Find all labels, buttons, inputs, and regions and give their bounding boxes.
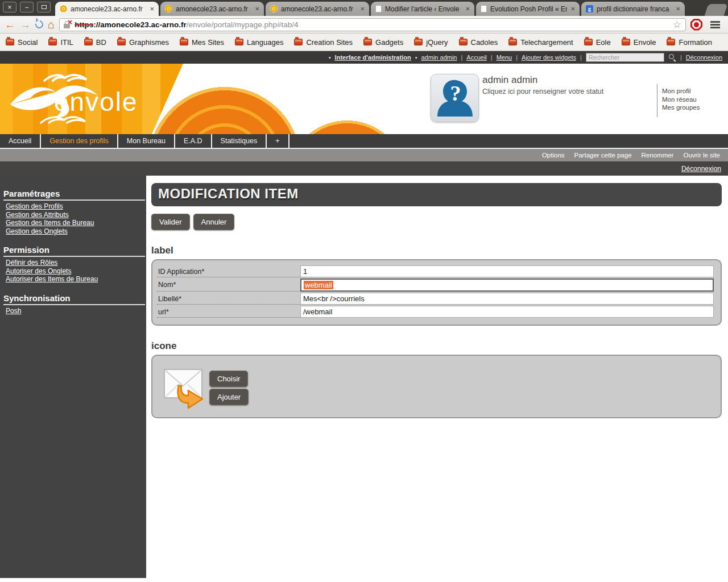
tab-close-icon[interactable]: × bbox=[676, 5, 680, 13]
back-button[interactable]: ← bbox=[5, 19, 15, 30]
portal-header: envole ? admin admin Cliquez ici pour re… bbox=[0, 64, 728, 134]
tab-favicon bbox=[165, 5, 172, 13]
choose-icon-button[interactable]: Choisir bbox=[209, 371, 248, 387]
sidebar-link[interactable]: Gestion des Onglets bbox=[6, 227, 146, 236]
browser-tab[interactable]: profil dictionnaire franca × bbox=[581, 2, 685, 16]
page-action-link[interactable]: Partager cette page bbox=[574, 152, 632, 159]
profile-link[interactable]: Mon réseau bbox=[662, 95, 700, 104]
folder-icon bbox=[84, 39, 93, 45]
browser-tab[interactable]: Modifier l'article ‹ Envole × bbox=[371, 2, 474, 16]
sidebar-link[interactable]: Autoriser des Onglets bbox=[6, 267, 146, 276]
reload-button[interactable] bbox=[34, 19, 44, 30]
sidebar-link[interactable]: Gestion des Profils bbox=[6, 202, 146, 211]
sidebar-section-title: Paramétrages bbox=[3, 189, 145, 201]
browser-tab[interactable]: amonecole23.ac-arno.fr × bbox=[55, 2, 159, 16]
logout-link[interactable]: Déconnexion bbox=[681, 165, 721, 173]
tab-close-icon[interactable]: × bbox=[570, 5, 575, 13]
portal-nav-tab[interactable]: Statistiques bbox=[212, 134, 267, 148]
admin-account-link[interactable]: admin admin bbox=[421, 54, 457, 61]
admin-search-input[interactable] bbox=[586, 53, 664, 62]
bookmark-folder[interactable]: ITIL bbox=[48, 38, 73, 47]
field-value: /webmail bbox=[303, 307, 332, 316]
admin-menu-link[interactable]: Menu bbox=[497, 54, 512, 61]
logo-text: envole bbox=[54, 86, 138, 117]
sidebar-links: Définir des Rôles Autoriser des Onglets … bbox=[0, 259, 146, 284]
portal-nav-tab[interactable]: Accueil bbox=[0, 134, 41, 148]
avatar[interactable]: ? bbox=[431, 74, 479, 122]
bookmark-folder[interactable]: Mes Sites bbox=[180, 38, 224, 47]
tab-close-icon[interactable]: × bbox=[465, 5, 470, 13]
page-action-link[interactable]: Renommer bbox=[642, 152, 674, 159]
forward-button[interactable]: → bbox=[20, 19, 31, 30]
browser-tab[interactable]: amonecole23.ac-arno.fr × bbox=[266, 2, 369, 16]
page-title: MODIFICATION ITEM bbox=[151, 183, 722, 206]
bookmark-folder[interactable]: Telechargement bbox=[508, 38, 573, 47]
url-bar[interactable]: × https ://amonecole23.ac-arno.fr /envol… bbox=[59, 18, 686, 31]
separator: | bbox=[461, 54, 462, 61]
tab-favicon bbox=[60, 5, 67, 13]
browser-toolbar: ← → ⌂ × https ://amonecole23.ac-arno.fr … bbox=[0, 16, 728, 34]
sidebar-link[interactable]: Gestion des Items de Bureau bbox=[6, 219, 146, 227]
bookmark-folder[interactable]: Creation Sites bbox=[294, 38, 353, 47]
folder-icon bbox=[235, 39, 243, 45]
bookmark-folder[interactable]: Cadoles bbox=[459, 38, 498, 47]
new-tab-button[interactable] bbox=[705, 4, 728, 16]
field-input[interactable]: Mes<br />courriels bbox=[300, 293, 714, 305]
hamburger-menu-icon[interactable] bbox=[710, 21, 720, 28]
window-maximize-button[interactable] bbox=[37, 2, 51, 13]
tab-favicon bbox=[586, 5, 593, 13]
profile-link[interactable]: Mon profil bbox=[662, 87, 700, 95]
window-close-button[interactable]: × bbox=[3, 2, 16, 13]
add-icon-button[interactable]: Ajouter bbox=[209, 389, 249, 405]
bookmark-label: Telechargement bbox=[520, 38, 573, 47]
window-minimize-button[interactable]: − bbox=[20, 2, 34, 13]
portal-nav-tab-label: Mon Bureau bbox=[127, 137, 166, 145]
bookmark-star-icon[interactable]: ☆ bbox=[673, 19, 681, 31]
separator: | bbox=[516, 54, 518, 61]
browser-tab[interactable]: Evolution Posh Profil « En × bbox=[476, 2, 580, 16]
admin-add-widgets-link[interactable]: Ajouter des widgets bbox=[522, 54, 576, 61]
noscript-icon[interactable] bbox=[690, 19, 702, 31]
bookmark-folder[interactable]: Graphismes bbox=[117, 38, 169, 47]
admin-bar: • Interface d'administration • admin adm… bbox=[0, 51, 728, 64]
portal-nav-tab[interactable]: Mon Bureau bbox=[118, 134, 175, 148]
bookmark-folder[interactable]: BD bbox=[84, 38, 106, 47]
browser-tab[interactable]: amonecole23.ac-arno.fr × bbox=[160, 2, 264, 16]
sidebar-link[interactable]: Gestion des Attributs bbox=[6, 211, 146, 219]
bookmark-folder[interactable]: jQuery bbox=[414, 38, 448, 47]
home-button[interactable]: ⌂ bbox=[48, 18, 55, 31]
bookmark-folder[interactable]: Eole bbox=[584, 38, 611, 47]
admin-interface-link[interactable]: Interface d'administration bbox=[335, 54, 411, 61]
sidebar-link[interactable]: Autoriser des Items de Bureau bbox=[6, 275, 146, 284]
tab-close-icon[interactable]: × bbox=[255, 5, 259, 13]
cancel-button[interactable]: Annuler bbox=[193, 214, 235, 230]
portal-nav-tab[interactable]: E.A.D bbox=[175, 134, 212, 148]
profile-link[interactable]: Mes groupes bbox=[662, 103, 700, 112]
field-input[interactable]: 1 bbox=[300, 265, 714, 277]
sidebar-link[interactable]: Posh bbox=[6, 307, 146, 315]
divider bbox=[657, 84, 657, 117]
status-hint[interactable]: Cliquez ici pour renseigner votre statut bbox=[482, 88, 603, 95]
search-icon[interactable] bbox=[668, 53, 676, 61]
portal-nav-tab[interactable]: + bbox=[267, 134, 289, 148]
form-row: Libellé* Mes<br />courriels bbox=[157, 293, 714, 305]
submit-button[interactable]: Valider bbox=[151, 214, 190, 230]
bookmark-folder[interactable]: Gadgets bbox=[363, 38, 403, 47]
admin-home-link[interactable]: Accueil bbox=[466, 54, 486, 61]
separator: | bbox=[680, 54, 682, 61]
field-value: webmail bbox=[304, 281, 333, 289]
bookmark-folder[interactable]: Languages bbox=[235, 38, 283, 47]
page-action-link[interactable]: Ouvrir le site bbox=[683, 152, 720, 159]
bookmark-folder[interactable]: Social bbox=[6, 38, 38, 47]
admin-logout-link[interactable]: Déconnexion bbox=[686, 54, 722, 61]
field-input[interactable]: /webmail bbox=[300, 306, 714, 318]
sidebar-link[interactable]: Définir des Rôles bbox=[6, 259, 146, 267]
svg-text:?: ? bbox=[450, 81, 461, 105]
bookmark-folder[interactable]: Envole bbox=[622, 38, 656, 47]
page-action-link[interactable]: Options bbox=[542, 152, 565, 159]
tab-close-icon[interactable]: × bbox=[360, 5, 365, 13]
field-input[interactable]: webmail bbox=[300, 278, 714, 292]
bookmark-folder[interactable]: Formation bbox=[667, 38, 712, 47]
portal-nav-tab[interactable]: Gestion des profils bbox=[41, 134, 118, 148]
tab-close-icon[interactable]: × bbox=[150, 5, 154, 13]
